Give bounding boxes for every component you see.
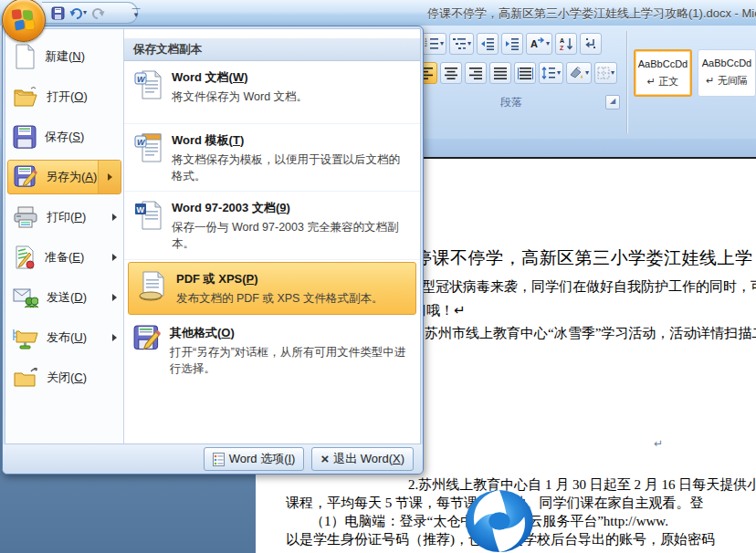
exit-word-button[interactable]: × 退出 Word(X) xyxy=(311,447,414,471)
doc-line: 加苏州市线上教育中心“冰雪季”学习活动，活动详情扫描二 xyxy=(411,325,756,342)
shading-button[interactable]: ▾ xyxy=(566,62,592,84)
svg-text:A: A xyxy=(560,37,564,44)
doc-line: 新型冠状病毒来袭，同学们在做好自我防护工作的同时，可以 xyxy=(408,278,756,296)
decrease-indent-button[interactable] xyxy=(477,33,499,55)
print-icon xyxy=(13,206,38,228)
word-document-icon: W xyxy=(133,69,163,100)
word-template-icon: W xyxy=(133,132,163,163)
prepare-submenu-arrow-icon xyxy=(112,254,117,261)
new-document-icon xyxy=(13,44,37,69)
office-menu-submenu-pane: 保存文档副本 W Word 文档(W) 将文件保存为 Word 文档。 W Wo… xyxy=(124,29,420,443)
submenu-item-word-template[interactable]: W Word 模板(T) 将文档保存为模板，以便用于设置以后文档的格式。 xyxy=(124,124,420,192)
save-floppy-icon[interactable] xyxy=(51,6,65,20)
align-center-button[interactable] xyxy=(440,62,462,84)
sort-button[interactable]: AZ xyxy=(555,33,577,55)
style-normal[interactable]: AaBbCcDd ↵ 正文 xyxy=(634,49,692,97)
customize-qat-icon[interactable]: —▾ xyxy=(130,5,142,20)
close-folder-icon xyxy=(13,368,38,388)
ribbon-group-separator xyxy=(626,31,627,133)
prepare-icon xyxy=(13,245,37,269)
paragraph-marks-button[interactable] xyxy=(580,33,602,55)
borders-button[interactable]: ▾ xyxy=(594,62,617,84)
style-sample-text: AaBbCcDd xyxy=(635,58,690,69)
distribute-button[interactable] xyxy=(514,62,536,84)
increase-indent-button[interactable] xyxy=(501,33,523,55)
save-floppy-icon xyxy=(13,125,37,149)
undo-icon[interactable]: ▾ xyxy=(69,7,87,19)
exit-x-icon: × xyxy=(320,453,329,465)
word-97-2003-icon: W xyxy=(133,200,163,231)
menu-item-open[interactable]: 打开(O) xyxy=(5,77,123,117)
office-menu: 新建(N) 打开(O) 保存(S) 另存为(A) 打印(P) xyxy=(2,26,424,475)
save-as-submenu-arrow-icon[interactable] xyxy=(98,161,121,193)
print-submenu-arrow-icon xyxy=(112,214,117,221)
align-right-button[interactable] xyxy=(465,62,487,84)
send-icon xyxy=(13,287,38,308)
justify-button[interactable] xyxy=(489,62,511,84)
submenu-header: 保存文档副本 xyxy=(124,38,420,61)
style-sample-text: AaBbCcDd xyxy=(698,57,755,68)
office-menu-left-pane: 新建(N) 打开(O) 保存(S) 另存为(A) 打印(P) xyxy=(5,29,124,443)
menu-item-print[interactable]: 打印(P) xyxy=(5,197,123,237)
swirl-logo xyxy=(464,488,535,553)
word-options-icon xyxy=(213,453,225,466)
menu-item-prepare[interactable]: 准备(E) xyxy=(5,237,123,277)
word-options-button[interactable]: Word 选项(I) xyxy=(204,447,305,471)
menu-item-close[interactable]: 关闭(C) xyxy=(5,358,123,398)
publish-submenu-arrow-icon xyxy=(112,334,117,341)
doc-heading: 停课不停学，高新区第三小学娄江娃线上学 xyxy=(415,246,753,270)
submenu-item-word-document[interactable]: W Word 文档(W) 将文件保存为 Word 文档。 xyxy=(124,61,420,124)
menu-item-save-as[interactable]: 另存为(A) xyxy=(7,160,121,194)
multilevel-list-button[interactable]: ▾ xyxy=(449,33,474,55)
menu-item-save[interactable]: 保存(S) xyxy=(5,117,123,157)
line-spacing-button[interactable]: ▾ xyxy=(539,62,563,84)
paragraph-group: ▾ 12 ▾ ▾ A ▾ AZ xyxy=(415,29,631,135)
open-folder-icon xyxy=(13,86,38,108)
other-formats-icon xyxy=(133,325,161,352)
menu-item-new[interactable]: 新建(N) xyxy=(5,37,123,77)
paragraph-dialog-launcher-icon[interactable]: ◢ xyxy=(605,95,620,110)
numbered-list-button[interactable]: 12 ▾ xyxy=(422,33,446,55)
submenu-item-pdf-xps[interactable]: PDF 或 XPS(P) 发布文档的 PDF 或 XPS 文件格式副本。 xyxy=(128,262,416,315)
quick-access-toolbar: ▾ xyxy=(42,2,138,24)
asian-layout-button[interactable]: A ▾ xyxy=(526,33,552,55)
svg-text:A: A xyxy=(530,38,538,49)
paragraph-mark: ↵ xyxy=(654,437,663,450)
publish-icon xyxy=(13,326,38,350)
paragraph-group-label: 段落 xyxy=(415,95,607,110)
office-menu-footer: Word 选项(I) × 退出 Word(X) xyxy=(3,444,423,474)
office-button[interactable] xyxy=(2,0,46,42)
window-title: 停课不停学，高新区第三小学娄江娃线上学习攻略(1).docx - Micr xyxy=(427,5,756,22)
svg-text:W: W xyxy=(137,205,145,214)
redo-icon[interactable] xyxy=(91,7,105,19)
style-name-label: ↵ 无间隔 xyxy=(698,74,755,88)
save-as-icon xyxy=(14,165,37,189)
menu-item-send[interactable]: 发送(D) xyxy=(5,277,123,318)
submenu-item-word-97-2003[interactable]: W Word 97-2003 文档(9) 保存一份与 Word 97-2003 … xyxy=(124,192,420,259)
style-name-label: ↵ 正文 xyxy=(635,75,690,89)
doc-line: 2.苏州线上教育中心自 1 月 30 日起至 2 月 16 日每天提供小学一至 xyxy=(408,476,756,494)
style-no-spacing[interactable]: AaBbCcDd ↵ 无间隔 xyxy=(698,49,756,97)
menu-item-publish[interactable]: 发布(U) xyxy=(5,318,123,358)
office-logo-icon xyxy=(12,8,36,32)
svg-text:Z: Z xyxy=(560,45,564,51)
svg-text:2: 2 xyxy=(425,42,427,47)
send-submenu-arrow-icon xyxy=(112,294,117,301)
submenu-item-other-formats[interactable]: 其他格式(O) 打开“另存为”对话框，从所有可用文件类型中进行选择。 xyxy=(124,317,420,384)
pdf-xps-icon xyxy=(138,271,167,302)
